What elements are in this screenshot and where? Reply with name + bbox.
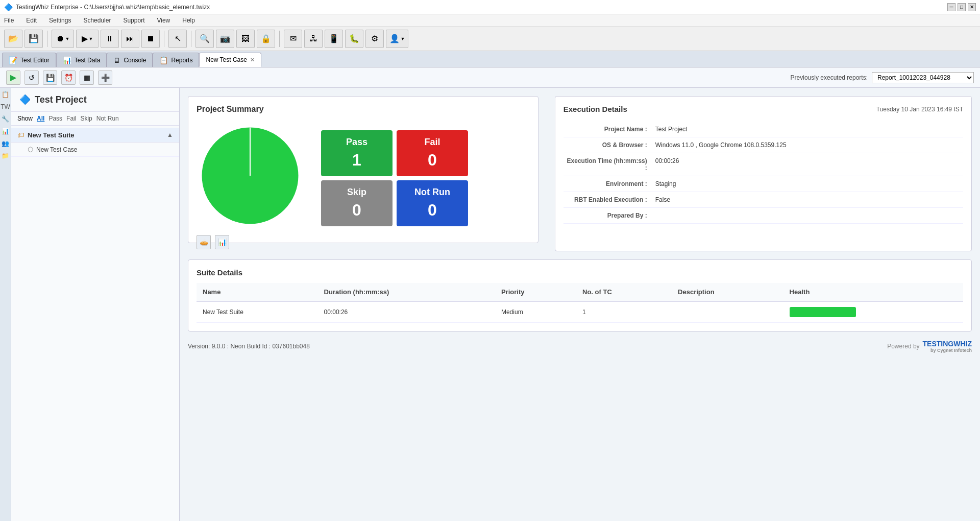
two-panel: Project Summary 🥧 📊 xyxy=(188,96,972,251)
encrypt-button[interactable]: 🔒 xyxy=(257,30,275,48)
tree-chevron-icon: ▲ xyxy=(167,131,173,138)
side-icon-1[interactable]: 📋 xyxy=(1,90,10,99)
row-health xyxy=(783,301,963,323)
menu-support[interactable]: Support xyxy=(121,16,146,25)
menu-file[interactable]: File xyxy=(2,16,16,25)
menu-help[interactable]: Help xyxy=(180,16,197,25)
bar-chart-btn[interactable]: 📊 xyxy=(215,235,229,249)
grid-button[interactable]: ▦ xyxy=(80,70,94,85)
toolbar-sep-1 xyxy=(47,31,47,47)
tree-suite-new-test-suite[interactable]: 🏷 New Test Suite ▲ xyxy=(11,128,179,143)
filter-not-run[interactable]: Not Run xyxy=(96,115,119,122)
capture-button[interactable]: 📷 xyxy=(216,30,234,48)
col-desc: Description xyxy=(672,283,783,301)
exec-val-os: Windows 11.0 , Google Chrome 108.0.5359.… xyxy=(655,141,963,149)
stat-notrun-label: Not Run xyxy=(414,187,450,198)
filter-all[interactable]: All xyxy=(37,115,44,122)
minimize-button[interactable]: ─ xyxy=(947,3,955,11)
add-button[interactable]: ➕ xyxy=(98,70,112,85)
reports-icon: 📋 xyxy=(159,56,168,64)
console-icon: 🖥 xyxy=(113,56,120,64)
bug-button[interactable]: 🐛 xyxy=(345,30,363,48)
right-content: Project Summary 🥧 📊 xyxy=(180,88,980,521)
stat-skip: Skip 0 xyxy=(321,180,393,226)
tab-reports[interactable]: 📋 Reports xyxy=(153,53,199,67)
mobile-button[interactable]: 📱 xyxy=(325,30,343,48)
pie-svg xyxy=(197,122,304,229)
suite-table-body: New Test Suite 00:00:26 Medium 1 xyxy=(197,301,963,323)
exec-key-os: OS & Browser : xyxy=(564,141,655,149)
agent-button[interactable]: 👤▼ xyxy=(386,30,408,48)
execution-details-card: Execution Details Tuesday 10 Jan 2023 16… xyxy=(555,96,972,251)
tab-reports-label: Reports xyxy=(171,57,192,64)
gear-button[interactable]: ⚙ xyxy=(365,30,384,48)
project-header: 🔷 Test Project xyxy=(11,88,179,112)
pie-chart: 🥧 📊 xyxy=(197,122,309,234)
stop-button[interactable]: ⏹ xyxy=(141,30,160,48)
main-area: 📋 TW 🔧 📊 👥 📁 🔷 Test Project Show All Pas… xyxy=(0,88,980,521)
left-panel: 🔷 Test Project Show All Pass Fail Skip N… xyxy=(11,88,180,521)
save-button[interactable]: 💾 xyxy=(24,30,43,48)
stats-grid: Pass 1 Fail 0 Skip 0 Not Run xyxy=(321,130,468,226)
pause-button[interactable]: ⏸ xyxy=(101,30,119,48)
remote-button[interactable]: 🖧 xyxy=(304,30,323,48)
filter-pass[interactable]: Pass xyxy=(48,115,62,122)
side-icon-5[interactable]: 👥 xyxy=(1,139,10,148)
menu-bar: File Edit Settings Scheduler Support Vie… xyxy=(0,14,980,27)
filter-show-label: Show xyxy=(17,115,33,122)
tree-case-new-test-case[interactable]: ⬡ New Test Case xyxy=(11,143,179,157)
side-icon-4[interactable]: 📊 xyxy=(1,127,10,136)
menu-scheduler[interactable]: Scheduler xyxy=(81,16,113,25)
tab-test-data[interactable]: 📊 Test Data xyxy=(56,53,107,67)
exec-key-rbt: RBT Enabled Execution : xyxy=(564,196,655,203)
filter-skip[interactable]: Skip xyxy=(80,115,92,122)
filter-fail[interactable]: Fail xyxy=(66,115,76,122)
project-icon: 🔷 xyxy=(19,94,31,105)
menu-edit[interactable]: Edit xyxy=(24,16,39,25)
close-button[interactable]: ✕ xyxy=(968,3,976,11)
powered-by-label: Powered by xyxy=(887,343,919,350)
stat-fail-count: 0 xyxy=(428,151,437,170)
tab-test-editor[interactable]: 📝 Test Editor xyxy=(2,53,56,67)
image-button[interactable]: 🖼 xyxy=(236,30,255,48)
exec-row-exec-time: Execution Time (hh:mm:ss) : 00:00:26 xyxy=(564,153,963,176)
project-summary-title: Project Summary xyxy=(197,105,530,114)
table-row: New Test Suite 00:00:26 Medium 1 xyxy=(197,301,963,323)
row-name: New Test Suite xyxy=(197,301,318,323)
tree-case-label: New Test Case xyxy=(36,146,77,153)
exec-title: Execution Details xyxy=(564,105,627,113)
run-green-button[interactable]: ▶ xyxy=(6,70,20,85)
side-icon-2[interactable]: TW xyxy=(1,102,10,111)
tab-new-test-case[interactable]: New Test Case ✕ xyxy=(199,53,261,67)
brand-logo: TESTINGWHIZ by Cygnet Infotech xyxy=(923,340,972,353)
side-icon-3[interactable]: 🔧 xyxy=(1,114,10,124)
test-editor-icon: 📝 xyxy=(9,56,17,64)
side-icon-6[interactable]: 📁 xyxy=(1,151,10,160)
email-button[interactable]: ✉ xyxy=(284,30,302,48)
tab-console[interactable]: 🖥 Console xyxy=(107,53,153,67)
pie-chart-btn[interactable]: 🥧 xyxy=(197,235,211,249)
stat-fail-label: Fail xyxy=(424,137,440,148)
refresh-button[interactable]: ↺ xyxy=(24,70,39,85)
open-folder-button[interactable]: 📂 xyxy=(4,30,22,48)
report-label: Previously executed reports: xyxy=(791,74,868,81)
exec-val-rbt: False xyxy=(655,196,963,203)
exec-row-project-name: Project Name : Test Project xyxy=(564,122,963,137)
save-report-button[interactable]: 💾 xyxy=(43,70,57,85)
test-tree: 🏷 New Test Suite ▲ ⬡ New Test Case xyxy=(11,126,179,159)
exec-key-env: Environment : xyxy=(564,180,655,187)
schedule-button[interactable]: ⏰ xyxy=(61,70,76,85)
select-button[interactable]: ↖ xyxy=(168,30,187,48)
record-button[interactable]: ⏺▼ xyxy=(52,30,74,48)
stat-skip-label: Skip xyxy=(347,187,366,198)
exec-val-time: 00:00:26 xyxy=(655,157,963,164)
window-controls[interactable]: ─ □ ✕ xyxy=(947,3,976,11)
menu-view[interactable]: View xyxy=(155,16,172,25)
object-spy-button[interactable]: 🔍 xyxy=(195,30,214,48)
menu-settings[interactable]: Settings xyxy=(47,16,73,25)
maximize-button[interactable]: □ xyxy=(958,3,966,11)
report-select[interactable]: Report_10012023_044928 xyxy=(872,72,974,83)
run-button[interactable]: ▶▼ xyxy=(76,30,99,48)
stop-skip-button[interactable]: ⏭ xyxy=(121,30,139,48)
tab-new-test-case-close[interactable]: ✕ xyxy=(250,57,255,63)
